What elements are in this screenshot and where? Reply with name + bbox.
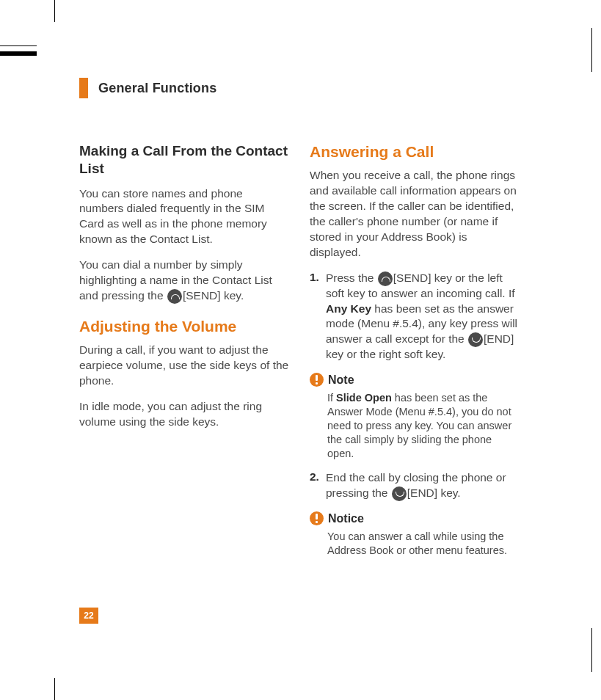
text: If [327,392,336,404]
end-key-icon [392,486,407,501]
send-key-icon [378,271,393,286]
heading-adjusting-volume: Adjusting the Volume [79,317,289,335]
text: [END] key. [407,486,461,499]
paragraph: When you receive a call, the phone rings… [310,168,520,260]
bold-text: Any Key [326,302,371,315]
bold-text: Slide Open [336,392,392,404]
paragraph: During a call, if you want to adjust the… [79,343,289,389]
page-content: General Functions Making a Call From the… [79,78,520,568]
page-number-badge: 22 [79,608,98,624]
ordered-item-1: 1. Press the [SEND] key or the left soft… [310,271,520,363]
alert-icon [310,373,324,387]
text: [SEND] key. [183,289,244,302]
text: Press the [326,271,377,284]
list-text: End the call by closing the phone or pre… [326,470,520,501]
note-header: Note [310,373,520,387]
paragraph: You can store names and phone numbers di… [79,186,289,248]
list-number: 2. [310,470,321,501]
header-accent-bar [79,78,88,98]
note-label: Note [328,373,354,387]
note-body: If Slide Open has been set as the Answer… [327,391,520,460]
notice-header: Notice [310,511,520,525]
page-header: General Functions [79,78,520,98]
header-title: General Functions [98,81,216,96]
list-text: Press the [SEND] key or the left soft ke… [326,271,520,363]
notice-body: You can answer a call while using the Ad… [327,530,520,558]
paragraph: You can dial a number by simply highligh… [79,258,289,304]
ordered-item-2: 2. End the call by closing the phone or … [310,470,520,501]
alert-icon [310,511,324,525]
heading-contact-list: Making a Call From the Contact List [79,142,289,178]
heading-answering-call: Answering a Call [310,142,520,161]
end-key-icon [468,332,483,347]
list-number: 1. [310,271,321,363]
notice-label: Notice [328,512,364,525]
send-key-icon [167,289,182,304]
left-column: Making a Call From the Contact List You … [79,142,289,568]
right-column: Answering a Call When you receive a call… [310,142,520,568]
columns: Making a Call From the Contact List You … [79,142,520,568]
paragraph: In idle mode, you can adjust the ring vo… [79,399,289,430]
